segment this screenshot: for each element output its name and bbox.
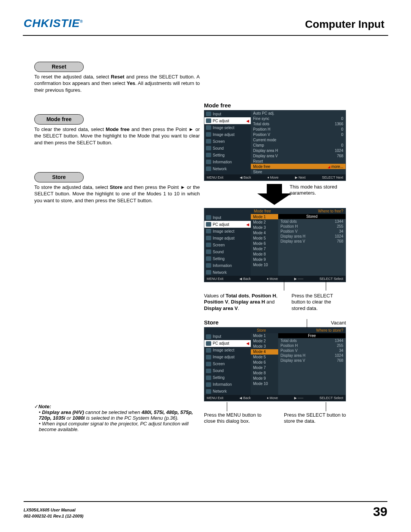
t: To reset the adjusted data, select: [34, 74, 111, 80]
osd-mode-item: Mode 9: [251, 257, 278, 262]
osd-side-input: Input: [204, 110, 251, 117]
osd-stored-row: Position V34: [278, 348, 346, 353]
note-item-1: Display area (H/V) cannot be selected wh…: [39, 409, 202, 421]
rev-line: 002-000232-01 Rev.1 (12-2009): [24, 513, 83, 519]
t: Where to store?: [316, 328, 343, 332]
osd-mode-item: Mode 3: [251, 225, 278, 230]
osd-side-screen: Screen: [204, 241, 251, 248]
osd-side-image-select: Image select: [204, 228, 251, 235]
t: To clear the stored data, select: [34, 126, 106, 132]
osd-stored-row: Total dots1344: [278, 338, 346, 343]
note-block: ✓Note: Display area (H/V) cannot be sele…: [34, 404, 202, 432]
callout-stored-params: This mode has stored parameters.: [290, 184, 349, 197]
osd-mode-column: Mode 1Mode 2Mode 3Mode 4Mode 5Mode 6Mode…: [251, 214, 278, 276]
osd-mode-item: Mode 8: [251, 371, 278, 376]
osd-stored-row: Display area H1024: [278, 353, 346, 358]
osd-top: Store Where to store?: [204, 328, 346, 333]
osd-line: Display area V768: [251, 153, 346, 158]
osd-line: Reset: [251, 158, 346, 164]
note-item-2: When input computer signal to the projec…: [39, 421, 202, 432]
osd-mode-item: Mode 10: [251, 262, 278, 267]
osd-sidebar: InputPC adjust◀Image selectImage adjustS…: [204, 110, 251, 174]
osd-side-network: Network: [204, 388, 251, 395]
callout-select-clear: Press the SELECT button to clear the sto…: [292, 293, 345, 312]
osd-side-pc-adjust: PC adjust◀: [204, 340, 251, 347]
osd-line: Current mode: [251, 137, 346, 142]
foot-select: SELECT Select: [320, 277, 343, 281]
osd-line: Display area H1024: [251, 148, 346, 153]
header-rule: [23, 35, 388, 36]
foot-next: ▶ -----: [294, 396, 304, 400]
osd-side-input: Input: [204, 333, 251, 340]
free-header: Free: [278, 333, 346, 338]
osd-modefree-1: InputPC adjust◀Image selectImage adjustS…: [204, 110, 346, 181]
osd-side-information: Information: [204, 381, 251, 388]
osd-main: Auto PC adj.Fine sync0Total dots1366Posi…: [251, 110, 346, 174]
osd-side-setting: Setting: [204, 374, 251, 381]
foot-exit: MENU Exit: [207, 396, 223, 400]
svg-marker-0: [257, 184, 292, 205]
osd-free-column: Free Total dots1344Position H255Position…: [278, 333, 346, 395]
page: CHKISTIE® Computer Input Reset To reset …: [0, 0, 411, 532]
osd-side-network: Network: [204, 269, 251, 276]
osd-mode-item: Mode 3: [251, 344, 278, 349]
osd-mode-item: Mode 6: [251, 241, 278, 246]
osd-side-image-adjust: Image adjust: [204, 131, 251, 138]
osd-mode-item: Mode 9: [251, 376, 278, 381]
osd-stored-row: Position H255: [278, 343, 346, 348]
footer-left: LX505/LX605 User Manual 002-000232-01 Re…: [24, 507, 83, 519]
t: Display area V: [204, 305, 238, 311]
osd-mode-item: Mode 6: [251, 360, 278, 365]
osd-side-image-adjust: Image adjust: [204, 235, 251, 241]
manual-line: LX505/LX605 User Manual: [24, 507, 83, 513]
osd-stored-row: Total dots1344: [278, 219, 346, 224]
christie-logo: CHKISTIE®: [24, 17, 83, 30]
foot-move: ♦ Move: [267, 277, 278, 281]
t: .: [238, 305, 239, 311]
osd-stored-row: Display area V768: [278, 239, 346, 244]
callout-menu-close: Press the MENU button to close this dial…: [204, 412, 272, 425]
foot-back: ◀ Back: [240, 176, 251, 179]
page-number: 39: [373, 504, 387, 519]
t: 1080i: [72, 415, 85, 421]
modefree-body: To clear the stored data, select Mode fr…: [34, 126, 200, 146]
t: Position V: [204, 299, 228, 305]
store-body: To store the adjusted data, select Store…: [34, 184, 200, 204]
t: Values of: [204, 293, 226, 299]
osd-stored-row: Position H255: [278, 224, 346, 229]
osd-side-sound: Sound: [204, 248, 251, 255]
t: To store the adjusted data, select: [34, 184, 110, 190]
osd-footer: MENU Exit ◀ Back ♦ Move ▶ ----- SELECT S…: [204, 276, 346, 282]
logo-text: CHKISTIE: [24, 17, 80, 29]
t: cannot be selected when: [84, 409, 142, 415]
reset-body: To reset the adjusted data, select Reset…: [34, 73, 200, 94]
osd-side-setting: Setting: [204, 255, 251, 262]
t: Position H: [252, 293, 276, 299]
foot-exit: MENU Exit: [207, 277, 223, 281]
osd-stored-row: Display area V768: [278, 358, 346, 363]
osd-mode-item: Mode 7: [251, 365, 278, 371]
osd-side-screen: Screen: [204, 361, 251, 367]
t: Where to free?: [318, 209, 343, 213]
osd-line: Clamp0: [251, 142, 346, 148]
osd-side-pc-adjust: PC adjust◀: [204, 117, 251, 124]
osd-side-sound: Sound: [204, 367, 251, 374]
t: or: [65, 415, 72, 421]
foot-move: ♦ Move: [267, 396, 278, 400]
t: Store: [257, 328, 266, 332]
osd-line: Total dots1366: [251, 121, 346, 126]
down-arrow-icon: [257, 184, 292, 205]
t: Total dots: [226, 293, 249, 299]
osd-mode-item: Mode 2: [251, 339, 278, 344]
osd-footer: MENU Exit ◀ Back ♦ Move ▶ ----- SELECT S…: [204, 395, 346, 401]
osd-modefree-2: Mode free Where to free? InputPC adjust◀…: [204, 208, 346, 282]
foot-back: ◀ Back: [239, 396, 251, 400]
osd-side-input: Input: [204, 214, 251, 221]
osd-store: Store Where to store? InputPC adjust◀Ima…: [204, 327, 346, 401]
section-modefree: Mode free To clear the stored data, sele…: [34, 114, 200, 146]
right-column: Mode free InputPC adjust◀Image selectIma…: [204, 102, 390, 424]
callout-values: Values of Total dots, Position H, Positi…: [204, 293, 284, 312]
osd-line: Fine sync0: [251, 116, 346, 121]
store-pill: Store: [34, 172, 84, 182]
osd-mode-item: Mode 4: [251, 230, 278, 235]
